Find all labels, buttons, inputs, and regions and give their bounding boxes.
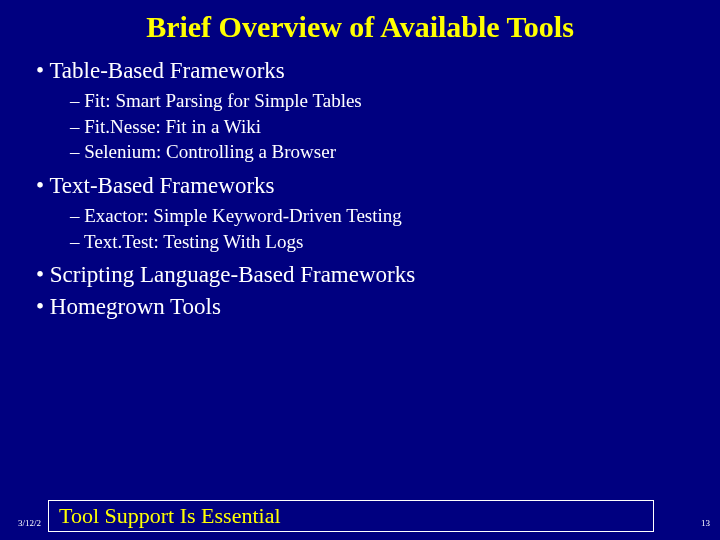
bullet-item: Table-Based Frameworks [28,58,700,84]
slide-content: Table-Based Frameworks Fit: Smart Parsin… [0,58,720,320]
bullet-item: Text-Based Frameworks [28,173,700,199]
slide-title: Brief Overview of Available Tools [0,0,720,52]
bullet-item: Scripting Language-Based Frameworks [28,262,700,288]
sub-bullet-item: Text.Test: Testing With Logs [70,229,700,255]
bullet-item: Homegrown Tools [28,294,700,320]
footer-page-number: 13 [701,518,710,528]
footer-date: 3/12/2 [18,518,41,528]
sub-bullet-item: Exactor: Simple Keyword-Driven Testing [70,203,700,229]
sub-bullet-item: Selenium: Controlling a Browser [70,139,700,165]
sub-bullet-item: Fit: Smart Parsing for Simple Tables [70,88,700,114]
sub-list: Exactor: Simple Keyword-Driven Testing T… [28,203,700,254]
sub-list: Fit: Smart Parsing for Simple Tables Fit… [28,88,700,165]
slide-footer: 3/12/2 Tool Support Is Essential 13 [0,500,720,532]
footer-caption-box: Tool Support Is Essential [48,500,654,532]
slide: Brief Overview of Available Tools Table-… [0,0,720,540]
sub-bullet-item: Fit.Nesse: Fit in a Wiki [70,114,700,140]
footer-caption: Tool Support Is Essential [59,503,281,529]
